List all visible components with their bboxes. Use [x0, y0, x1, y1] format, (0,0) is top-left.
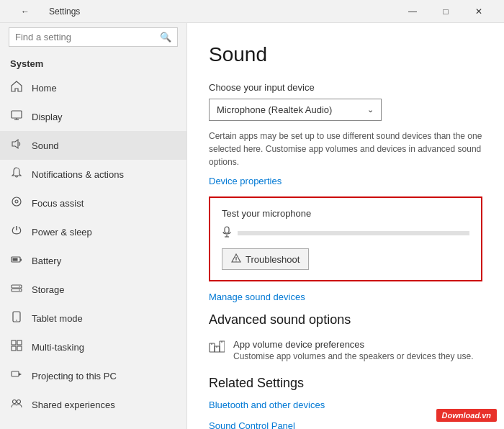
main-content: Sound Choose your input device Microphon… [187, 23, 504, 429]
sidebar-item-display[interactable]: Display [0, 102, 186, 131]
troubleshoot-button[interactable]: Troubleshoot [222, 248, 309, 270]
sidebar-item-sound[interactable]: Sound [0, 131, 186, 160]
warning-icon [231, 253, 241, 265]
svg-rect-7 [20, 259, 22, 261]
app-volume-icon [209, 340, 225, 358]
sidebar: 🔍 System Home Display Sound Notificati [0, 23, 187, 429]
close-button[interactable]: ✕ [462, 0, 495, 23]
sidebar-item-tablet[interactable]: Tablet mode [0, 304, 186, 333]
svg-point-4 [12, 197, 21, 206]
sidebar-item-display-label: Display [32, 112, 63, 122]
sidebar-item-focus-assist[interactable]: Focus assist [0, 189, 186, 217]
sidebar-item-multitasking[interactable]: Multi-tasking [0, 333, 186, 361]
minimize-button[interactable]: — [396, 0, 429, 23]
microphone-level-bar [238, 231, 469, 235]
advanced-item-title: App volume device preferences [233, 339, 474, 350]
sidebar-item-notifications-label: Notifications & actions [32, 169, 124, 180]
sidebar-item-focus-assist-label: Focus assist [32, 198, 84, 209]
sidebar-item-battery[interactable]: Battery [0, 246, 186, 275]
sidebar-item-home[interactable]: Home [0, 73, 186, 102]
svg-rect-17 [12, 346, 16, 351]
sidebar-item-shared[interactable]: Shared experiences [0, 390, 186, 419]
svg-marker-20 [19, 373, 22, 376]
titlebar-left: ← Settings [9, 0, 80, 23]
svg-rect-10 [12, 289, 22, 292]
manage-devices-link[interactable]: Manage sound devices [209, 292, 482, 302]
shared-icon [10, 397, 23, 412]
power-icon [10, 225, 23, 239]
search-icon: 🔍 [160, 32, 171, 42]
projecting-icon [10, 369, 23, 383]
svg-rect-31 [220, 341, 225, 352]
tablet-icon [10, 311, 23, 325]
sidebar-item-notifications[interactable]: Notifications & actions [0, 160, 186, 189]
svg-marker-3 [12, 140, 18, 148]
svg-point-21 [13, 400, 17, 404]
dropdown-value: Microphone (Realtek Audio) [217, 104, 332, 115]
sidebar-item-power-sleep[interactable]: Power & sleep [0, 217, 186, 246]
sidebar-item-tablet-label: Tablet mode [32, 313, 83, 324]
sidebar-item-storage[interactable]: Storage [0, 275, 186, 304]
advanced-item-text: App volume device preferences Customise … [233, 339, 474, 361]
page-title: Sound [209, 43, 482, 66]
watermark: Download.vn [436, 409, 497, 422]
troubleshoot-label: Troubleshoot [246, 254, 300, 265]
sidebar-item-projecting[interactable]: Projecting to this PC [0, 361, 186, 390]
test-mic-title: Test your microphone [222, 208, 469, 219]
svg-point-28 [235, 261, 236, 261]
test-microphone-box: Test your microphone Troubleshoot [209, 197, 482, 281]
svg-point-5 [15, 200, 18, 203]
input-device-label: Choose your input device [209, 82, 482, 93]
system-label: System [0, 54, 186, 73]
titlebar-title: Settings [49, 6, 80, 17]
advanced-section-title: Advanced sound options [209, 312, 482, 328]
focus-assist-icon [10, 196, 23, 210]
titlebar: ← Settings — □ ✕ [0, 0, 504, 23]
device-properties-link[interactable]: Device properties [209, 176, 482, 186]
svg-rect-8 [13, 258, 18, 261]
sound-icon [10, 138, 23, 153]
sidebar-item-home-label: Home [32, 83, 57, 94]
svg-rect-15 [12, 340, 16, 345]
sidebar-item-shared-label: Shared experiences [32, 399, 115, 410]
sidebar-item-battery-label: Battery [32, 256, 61, 266]
svg-point-11 [19, 286, 20, 287]
svg-rect-19 [12, 371, 19, 376]
sidebar-item-projecting-label: Projecting to this PC [32, 371, 117, 381]
titlebar-controls: — □ ✕ [396, 0, 495, 23]
home-icon [10, 81, 23, 95]
svg-point-14 [16, 320, 17, 321]
display-icon [10, 109, 23, 124]
svg-rect-23 [225, 227, 229, 233]
svg-point-12 [19, 289, 20, 291]
back-button[interactable]: ← [9, 0, 42, 23]
chevron-down-icon: ⌄ [367, 105, 374, 114]
info-text: Certain apps may be set up to use differ… [209, 130, 482, 168]
sidebar-item-storage-label: Storage [32, 284, 65, 295]
input-device-dropdown[interactable]: Microphone (Realtek Audio) ⌄ [209, 99, 382, 121]
svg-rect-18 [17, 346, 22, 351]
search-box[interactable]: 🔍 [9, 27, 178, 47]
battery-icon [10, 253, 23, 268]
storage-icon [10, 282, 23, 297]
maximize-button[interactable]: □ [429, 0, 462, 23]
sidebar-item-multitasking-label: Multi-tasking [32, 342, 84, 353]
mic-bar-row [222, 226, 469, 240]
multitasking-icon [10, 340, 23, 354]
notifications-icon [10, 167, 23, 181]
related-settings-title: Related Settings [209, 376, 482, 391]
sidebar-item-sound-label: Sound [32, 140, 59, 151]
svg-rect-9 [12, 285, 22, 288]
svg-rect-0 [12, 111, 22, 118]
advanced-item: App volume device preferences Customise … [209, 339, 482, 361]
svg-rect-16 [17, 340, 22, 345]
app-container: 🔍 System Home Display Sound Notificati [0, 23, 504, 429]
microphone-icon [222, 226, 232, 240]
sidebar-item-power-label: Power & sleep [32, 227, 92, 238]
svg-point-22 [17, 400, 21, 404]
advanced-item-desc: Customise app volumes and the speakers o… [233, 351, 474, 361]
search-input[interactable] [15, 32, 156, 42]
